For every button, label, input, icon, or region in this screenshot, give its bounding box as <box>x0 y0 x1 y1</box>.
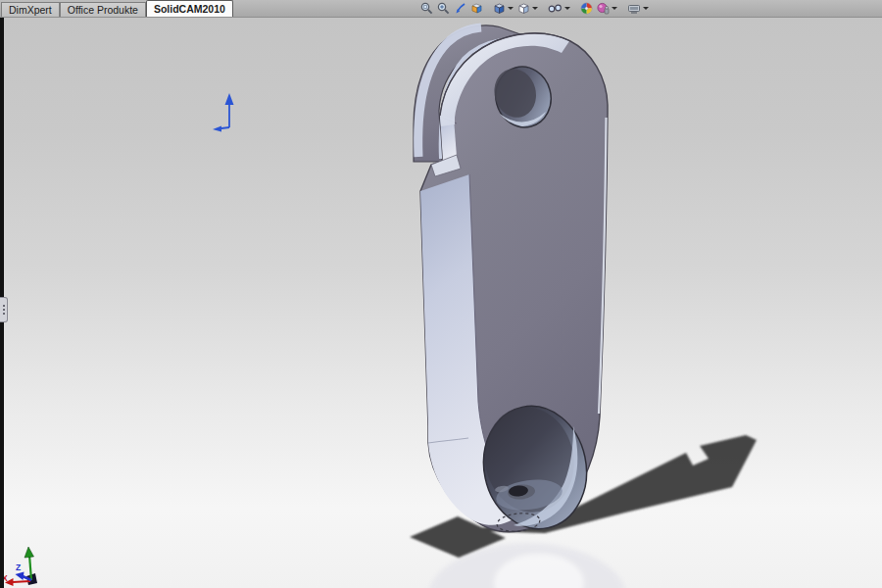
edit-appearance-icon <box>580 2 593 15</box>
zoom-to-area-icon <box>437 2 450 15</box>
section-view-button[interactable] <box>469 1 484 16</box>
apply-scene-button[interactable] <box>596 1 618 16</box>
solidworks-window: DimXpert Office Produkte SolidCAM2010 <box>0 0 882 588</box>
previous-view-icon <box>454 2 466 15</box>
apply-scene-icon <box>597 2 610 15</box>
display-style-button[interactable] <box>516 1 539 16</box>
view-orientation-button[interactable] <box>492 1 514 16</box>
panel-splitter-handle[interactable] <box>0 297 8 322</box>
zoom-to-fit-icon <box>420 2 433 15</box>
dropdown-arrow[interactable] <box>643 7 649 10</box>
tab-dimxpert[interactable]: DimXpert <box>1 2 60 17</box>
edit-appearance-button[interactable] <box>579 1 594 16</box>
dropdown-arrow[interactable] <box>612 7 617 10</box>
top-bar: DimXpert Office Produkte SolidCAM2010 <box>0 0 882 18</box>
dropdown-arrow[interactable] <box>564 7 570 10</box>
previous-view-button[interactable] <box>453 1 467 16</box>
display-style-icon <box>517 2 530 15</box>
tab-office-produkte[interactable]: Office Produkte <box>60 2 146 17</box>
hide-show-items-button[interactable] <box>547 1 571 16</box>
graphics-viewport[interactable] <box>0 17 882 588</box>
section-view-icon <box>470 2 483 15</box>
zoom-to-area-button[interactable] <box>436 1 451 16</box>
commandmanager-tabs: DimXpert Office Produkte SolidCAM2010 <box>1 0 233 17</box>
zoom-to-fit-button[interactable] <box>419 1 434 16</box>
view-settings-button[interactable] <box>626 1 650 16</box>
hide-show-items-icon <box>548 2 563 15</box>
view-settings-icon <box>627 2 641 15</box>
heads-up-view-toolbar <box>418 1 651 16</box>
dropdown-arrow[interactable] <box>532 7 538 10</box>
view-orientation-icon <box>493 2 506 15</box>
tab-solidcam2010[interactable]: SolidCAM2010 <box>146 0 233 17</box>
dropdown-arrow[interactable] <box>508 7 514 10</box>
